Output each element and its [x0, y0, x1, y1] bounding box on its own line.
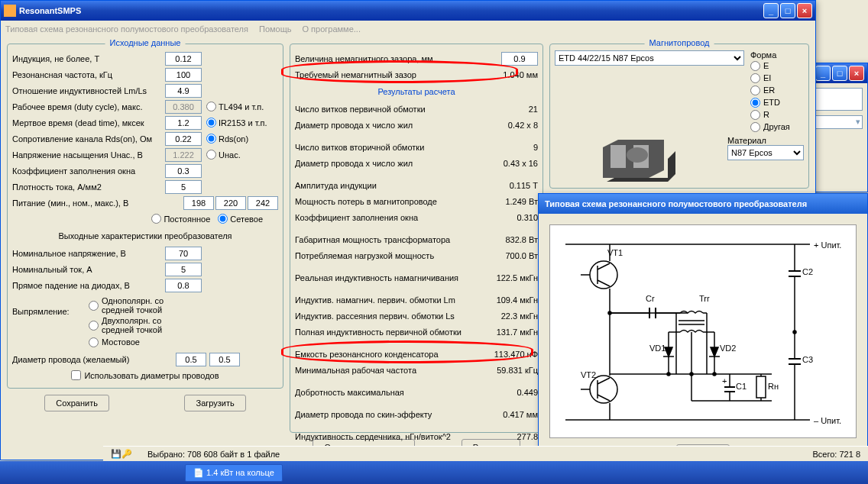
rdson-label: Rds(on)	[219, 134, 248, 144]
statusbar: 💾🔑 Выбрано: 708 608 байт в 1 файле Всего…	[103, 446, 868, 461]
svg-line-11	[598, 263, 610, 269]
svg-marker-1	[611, 145, 626, 168]
duty-input	[165, 100, 202, 114]
results-legend: Результаты расчета	[295, 87, 538, 96]
r17-v: 0.417 мм	[492, 410, 538, 419]
r15-l: Минимальная рабочая частота	[295, 366, 492, 375]
r18-v: 277.8	[492, 432, 538, 441]
gap-input[interactable]	[501, 52, 538, 66]
induction-label: Индукция, не более, Т	[12, 54, 165, 63]
induction-input[interactable]	[165, 52, 202, 66]
dialog-title: Типовая схема резонансного полумостового…	[542, 199, 864, 208]
ir2153-radio[interactable]	[206, 118, 216, 127]
shape-r[interactable]	[750, 110, 760, 120]
rect-bridge-radio[interactable]	[89, 337, 99, 347]
svg-line-50	[598, 378, 610, 384]
shape-e[interactable]	[750, 61, 760, 71]
rect-uni-label: Однополярн. со средней точкой	[102, 296, 193, 315]
supply-nom[interactable]	[215, 196, 246, 210]
titlebar: ResonantSMPS _ □ ×	[1, 1, 815, 21]
minimize-button[interactable]: _	[763, 3, 779, 18]
core-select[interactable]: ETD 44/22/15 N87 Epcos	[555, 50, 744, 66]
r14-v: 113.470 нФ	[492, 350, 538, 359]
svg-text:Rн: Rн	[768, 382, 779, 391]
menubar: Типовая схема резонансного полумостового…	[1, 21, 815, 37]
rect-bi-radio[interactable]	[89, 321, 99, 331]
inom-input[interactable]	[165, 263, 202, 276]
bg-min[interactable]: _	[815, 66, 831, 81]
maximize-button[interactable]: □	[780, 3, 795, 18]
rdson-radio[interactable]	[206, 134, 216, 144]
supply-const-label: Постоянное	[164, 215, 210, 224]
r4-l: Диаметр провода x число жил	[295, 159, 492, 168]
supply-min[interactable]	[183, 196, 214, 210]
r13-l: Полная индуктивность первичной обмотки	[295, 328, 492, 337]
tl494-radio[interactable]	[206, 102, 216, 111]
ratio-input[interactable]	[165, 84, 202, 98]
svg-point-45	[667, 373, 670, 376]
rect-label: Выпрямление:	[12, 296, 89, 348]
supply-const-radio[interactable]	[151, 214, 161, 224]
shape-other[interactable]	[750, 122, 760, 132]
supply-label: Питание (мин., ном., макс.), В	[12, 198, 183, 208]
svg-line-12	[598, 280, 610, 286]
r12-v: 22.3 мкГн	[492, 311, 538, 321]
menu-help[interactable]: Помощь	[259, 24, 292, 34]
r15-v: 59.831 кГц	[492, 366, 538, 375]
shape-er[interactable]	[750, 86, 760, 95]
svg-text:C1: C1	[736, 382, 747, 391]
svg-point-48	[590, 376, 617, 403]
shape-etd[interactable]	[750, 98, 760, 108]
reqgap-value: 1.040 мм	[492, 70, 538, 79]
duty-label: Рабочее время (duty cycle), макс.	[12, 102, 165, 111]
svg-text:VT2: VT2	[581, 370, 596, 379]
taskbar-item[interactable]: 📄 1.4 кВт на кольце	[185, 464, 283, 482]
menu-schema[interactable]: Типовая схема резонансного полумостового…	[5, 24, 248, 34]
r1-l: Число витков первичной обмотки	[295, 105, 492, 114]
fill-input[interactable]	[165, 164, 202, 178]
dead-input[interactable]	[165, 116, 202, 130]
svg-point-47	[713, 373, 716, 376]
r11-v: 109.4 мкГн	[492, 295, 538, 305]
outchar-heading: Выходные характеристики преобразователя	[12, 231, 278, 240]
r5-v: 0.115 Т	[492, 181, 538, 190]
r17-l: Диаметр провода по скин-эффекту	[295, 410, 492, 419]
wire2-input[interactable]	[209, 353, 240, 366]
usat-radio-label: Uнас.	[219, 150, 241, 160]
usewire-check[interactable]	[71, 370, 81, 380]
r2-v: 0.42 x 8	[492, 121, 538, 130]
r10-v: 122.5 мкГн	[492, 273, 538, 282]
svg-rect-63	[756, 376, 766, 398]
dropdown-icon[interactable]: ▾	[856, 117, 860, 127]
bg-close[interactable]: ×	[849, 66, 864, 81]
save-button[interactable]: Сохранить	[44, 395, 109, 411]
supply-max[interactable]	[248, 196, 278, 210]
svg-text:VD1: VD1	[649, 344, 666, 353]
svg-text:Cr: Cr	[646, 294, 655, 303]
freq-input[interactable]	[165, 68, 202, 82]
jdens-input[interactable]	[165, 180, 202, 194]
taskbar-label: 1.4 кВт на кольце	[206, 468, 274, 477]
r8-v: 832.8 Вт	[492, 235, 538, 244]
rds-input[interactable]	[165, 132, 202, 146]
menu-about[interactable]: О программе...	[303, 24, 361, 34]
bg-max[interactable]: □	[832, 66, 847, 81]
core-image	[591, 136, 683, 197]
supply-mains-radio[interactable]	[218, 214, 228, 224]
shape-ei[interactable]	[750, 73, 760, 83]
r14-l: Емкость резонансного конденсатора	[295, 350, 492, 359]
r7-l: Коэффициент заполнения окна	[295, 213, 492, 222]
rect-uni-radio[interactable]	[89, 301, 99, 311]
vnom-input[interactable]	[165, 247, 202, 260]
freq-label: Резонансная частота, кГц	[12, 70, 165, 79]
wire1-input[interactable]	[176, 353, 206, 366]
svg-text:Trr: Trr	[699, 294, 710, 303]
r10-l: Реальная индуктивность намагничивания	[295, 273, 492, 282]
usat-radio[interactable]	[206, 150, 216, 160]
dead-label: Мертвое время (dead time), мксек	[12, 118, 165, 127]
input-group: Исходные данные Индукция, не более, Т Ре…	[7, 44, 283, 389]
vf-input[interactable]	[165, 279, 202, 292]
load-button[interactable]: Загрузить	[184, 395, 245, 411]
material-select[interactable]: N87 Epcos	[727, 145, 804, 160]
close-button[interactable]: ×	[797, 3, 812, 18]
